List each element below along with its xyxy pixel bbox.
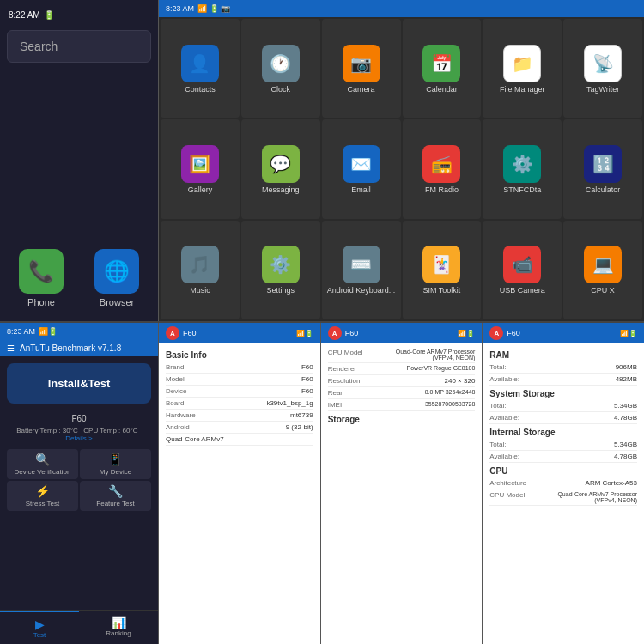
app-calendar[interactable]: 📅 Calendar	[403, 19, 482, 118]
ranking-tab-icon: 📊	[81, 616, 156, 629]
model-val: F60	[301, 375, 313, 383]
app-filemanager[interactable]: 📁 File Manager	[483, 19, 562, 118]
info-row-model: Model F60	[166, 374, 313, 386]
app-clock[interactable]: 🕐 Clock	[241, 19, 320, 118]
app-tagwriter[interactable]: 📡 TagWriter	[563, 19, 642, 118]
stress-test-label: Stress Test	[26, 500, 59, 507]
keyboard-icon: ⌨️	[343, 246, 380, 283]
app-settings[interactable]: ⚙️ Settings	[241, 221, 320, 319]
ram-total-val: 906MB	[616, 363, 637, 371]
fmradio-icon: 📻	[422, 145, 460, 183]
app-simtoolkit[interactable]: 🃏 SIM Toolkit	[403, 221, 482, 319]
cpu-info-panel: A F60 📶🔋 CPU Model Quad-Core ARMv7 Proce…	[321, 323, 483, 644]
int-total-row: Total: 5.34GB	[489, 439, 637, 451]
cpu-info-content: CPU Model Quad-Core ARMv7 Processor (VFP…	[321, 343, 483, 644]
info-row-hardware: Hardware mt6739	[166, 410, 313, 422]
cpux-label: CPU X	[591, 287, 615, 295]
app-calculator[interactable]: 🔢 Calculator	[563, 119, 642, 218]
info-row-device: Device F60	[166, 386, 313, 398]
ram-available-row: Available: 482MB	[489, 374, 637, 386]
cpu-model-section-row: CPU Model Quad-Core ARMv7 Processor (VFP…	[489, 489, 637, 506]
app-messaging[interactable]: 💬 Messaging	[241, 119, 320, 218]
cpu-model-section-val: Quad-Core ARMv7 Processor (VFPv4, NEON)	[549, 491, 637, 503]
app-cpux[interactable]: 💻 CPU X	[563, 221, 642, 319]
gallery-icon: 🖼️	[181, 145, 219, 183]
feature-test-btn[interactable]: 🔧 Feature Test	[80, 481, 151, 511]
browser-icon: 🌐	[94, 249, 139, 294]
status-bar-left: 8:22 AM 🔋	[7, 7, 151, 23]
antutu-bottom-tabs: ▶ Test 📊 Ranking	[0, 610, 158, 644]
tagwriter-icon: 📡	[584, 45, 622, 82]
hardware-val: mt6739	[290, 411, 313, 419]
imei-key: IMEI	[328, 401, 342, 409]
arch-title: Architecture	[489, 479, 526, 487]
app-camera[interactable]: 📷 Camera	[322, 19, 401, 118]
tab-ranking[interactable]: 📊 Ranking	[79, 611, 158, 644]
contacts-label: Contacts	[185, 86, 216, 94]
app-phone[interactable]: 📞 Phone	[7, 249, 76, 307]
filemanager-icon: 📁	[503, 45, 541, 82]
usbcamera-icon: 📹	[503, 246, 541, 283]
my-device-btn[interactable]: 📱 My Device	[80, 449, 151, 479]
search-box[interactable]: Search	[7, 30, 151, 63]
app-gallery[interactable]: 🖼️ Gallery	[161, 119, 240, 218]
antutu-logo-3: A	[489, 326, 503, 340]
hardware-key: Hardware	[166, 411, 196, 419]
tab-test[interactable]: ▶ Test	[0, 611, 79, 644]
app-fmradio[interactable]: 📻 FM Radio	[403, 119, 482, 218]
sys-avail-key: Available:	[489, 414, 519, 422]
sys-total-row: Total: 5.34GB	[489, 400, 637, 412]
simtoolkit-label: SIM Toolkit	[422, 287, 460, 295]
app-music[interactable]: 🎵 Music	[161, 221, 240, 319]
cpu-temp: CPU Temp : 60°C	[83, 427, 137, 434]
int-total-val: 5.34GB	[614, 440, 637, 448]
board-val: k39tv1_bsp_1g	[266, 399, 313, 407]
app-usbcamera[interactable]: 📹 USB Camera	[483, 221, 562, 319]
stress-test-icon: ⚡	[10, 484, 75, 498]
install-test-box[interactable]: Install&Test	[7, 363, 151, 404]
antutu-button-grid: 🔍 Device Verification 📱 My Device ⚡ Stre…	[0, 446, 158, 514]
stnfcdta-icon: ⚙️	[503, 145, 541, 183]
app-contacts[interactable]: 👤 Contacts	[161, 19, 240, 118]
info-row-android: Android 9 (32-bit)	[166, 422, 313, 434]
install-test-label: Install&Test	[48, 377, 111, 390]
brand-val: F60	[301, 363, 313, 371]
keyboard-label: Android Keyboard...	[327, 287, 396, 295]
cpu-row-renderer: Renderer PowerVR Rogue GE8100	[328, 363, 476, 375]
basic-info-header: A F60 📶🔋	[159, 323, 320, 343]
device-name: F60	[0, 414, 158, 423]
test-tab-icon: ▶	[2, 617, 77, 631]
app-browser[interactable]: 🌐 Browser	[82, 249, 151, 307]
email-icon: ✉️	[343, 145, 380, 183]
basic-info-status-icons: 📶🔋	[296, 330, 313, 337]
ram-avail-key: Available:	[489, 375, 519, 383]
storage-title: Storage	[328, 411, 476, 426]
tagwriter-label: TagWriter	[586, 86, 619, 94]
music-label: Music	[190, 287, 210, 295]
ranking-tab-label: Ranking	[106, 629, 131, 637]
cpu-app-name: F60	[345, 329, 359, 337]
info-row-brand: Brand F60	[166, 361, 313, 374]
antutu-header: ☰ AnTuTu Benchmark v7.1.8	[0, 340, 158, 356]
music-icon: 🎵	[181, 246, 219, 283]
cpu-model-section-title: CPU Model	[489, 491, 525, 503]
device-val: F60	[301, 387, 313, 395]
app-email[interactable]: ✉️ Email	[322, 119, 401, 218]
bottom-section: 8:23 AM 📶🔋 ☰ AnTuTu Benchmark v7.1.8 Ins…	[0, 323, 644, 644]
brand-key: Brand	[166, 363, 184, 371]
app-stnfcdta[interactable]: ⚙️ STNFCDta	[483, 119, 562, 218]
sys-avail-val: 4.78GB	[614, 414, 637, 422]
cpu-row-resolution: Resolution 240 × 320	[328, 375, 476, 387]
app-keyboard[interactable]: ⌨️ Android Keyboard...	[322, 221, 401, 319]
stress-test-btn[interactable]: ⚡ Stress Test	[7, 481, 78, 511]
arch-row: Architecture ARM Cortex-A53	[489, 477, 637, 489]
browser-label: Browser	[100, 297, 134, 307]
details-link[interactable]: Details >	[65, 434, 92, 442]
rear-val: 8.0 MP 3264x2448	[425, 389, 476, 397]
antutu-status-icons: 📶🔋	[39, 327, 58, 336]
antutu-status-bar: 8:23 AM 📶🔋	[0, 323, 158, 340]
basic-info-app-name: F60	[183, 329, 197, 337]
device-verification-btn[interactable]: 🔍 Device Verification	[7, 449, 78, 479]
test-tab-label: Test	[33, 631, 46, 639]
app-grid: 👤 Contacts 🕐 Clock 📷 Camera 📅 Calendar 📁…	[159, 17, 644, 321]
